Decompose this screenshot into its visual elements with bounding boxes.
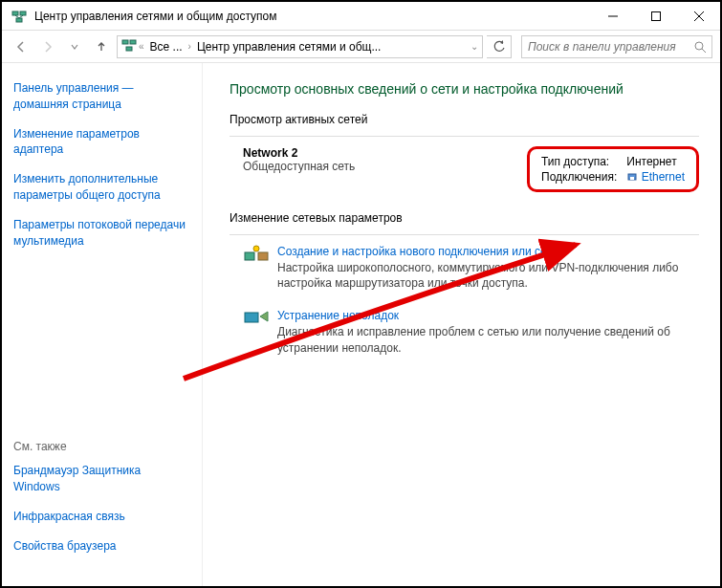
svg-line-13 [702,49,706,53]
sidebar-home-link[interactable]: Панель управления — домашняя страница [13,80,190,113]
main-content: Просмотр основных сведений о сети и наст… [203,63,720,586]
breadcrumb-item[interactable]: Центр управления сетями и общ... [193,40,384,54]
svg-rect-1 [20,11,26,15]
access-value: Интернет [626,155,685,168]
minimize-button[interactable] [591,2,634,30]
svg-rect-9 [122,40,128,44]
active-networks-label: Просмотр активных сетей [230,113,699,126]
task-troubleshoot-link[interactable]: Устранение неполадок [277,309,399,322]
change-settings-label: Изменение сетевых параметров [230,211,699,225]
sidebar-sharing-link[interactable]: Изменить дополнительные параметры общего… [13,171,190,204]
ethernet-icon [626,171,638,183]
task-troubleshoot: Устранение неполадок Диагностика и испра… [243,309,699,357]
titlebar: Центр управления сетями и общим доступом [2,2,720,31]
chevron-down-icon[interactable]: ⌄ [470,41,478,52]
network-name: Network 2 [243,146,527,160]
search-input[interactable] [521,35,712,58]
search-icon [693,40,706,54]
refresh-button[interactable] [487,35,512,58]
svg-rect-17 [258,252,268,260]
window-title: Центр управления сетями и общим доступом [34,10,591,23]
task-troubleshoot-desc: Диагностика и исправление проблем с сеть… [277,324,699,357]
task-new-connection-desc: Настройка широкополосного, коммутируемог… [277,260,699,293]
breadcrumb-item[interactable]: Все ... [146,40,186,54]
search-field[interactable] [528,40,693,54]
task-new-connection-link[interactable]: Создание и настройка нового подключения … [277,245,558,258]
access-label: Тип доступа: [541,155,617,168]
svg-rect-11 [126,47,132,51]
network-center-icon [11,9,27,24]
task-new-connection: Создание и настройка нового подключения … [243,245,699,293]
svg-point-12 [695,42,703,50]
sidebar-browser-link[interactable]: Свойства браузера [13,538,190,555]
back-button[interactable] [10,35,33,58]
up-button[interactable] [90,35,113,58]
sidebar-firewall-link[interactable]: Брандмауэр Защитника Windows [13,463,190,495]
forward-button[interactable] [36,35,59,58]
network-type: Общедоступная сеть [243,160,527,173]
svg-rect-19 [245,313,258,322]
close-button[interactable] [677,2,720,30]
new-connection-icon [243,245,270,264]
svg-rect-10 [130,40,136,44]
sidebar-adapter-link[interactable]: Изменение параметров адаптера [13,126,190,159]
see-also-label: См. также [13,440,190,453]
network-row: Network 2 Общедоступная сеть Тип доступа… [243,146,699,192]
page-title: Просмотр основных сведений о сети и наст… [230,80,699,99]
svg-point-18 [253,246,259,251]
sidebar: Панель управления — домашняя страница Из… [2,63,203,586]
svg-rect-0 [12,11,18,15]
troubleshoot-icon [243,309,270,328]
connections-label: Подключения: [541,170,617,184]
divider [230,234,699,235]
chevron-right-icon: › [188,41,191,52]
ethernet-link[interactable]: Ethernet [642,170,685,184]
maximize-button[interactable] [634,2,677,30]
network-center-icon [121,37,137,55]
sidebar-streaming-link[interactable]: Параметры потоковой передачи мультимедиа [13,217,190,250]
connection-highlight-box: Тип доступа: Интернет Подключения: Ether… [527,146,699,192]
navbar: « Все ... › Центр управления сетями и об… [2,31,720,63]
svg-rect-6 [651,11,660,20]
svg-rect-16 [245,252,254,260]
breadcrumb[interactable]: « Все ... › Центр управления сетями и об… [117,35,483,58]
sidebar-infrared-link[interactable]: Инфракрасная связь [13,509,190,525]
recent-button[interactable] [63,35,86,58]
svg-rect-2 [16,18,22,22]
svg-rect-15 [630,177,634,180]
divider [230,136,699,137]
